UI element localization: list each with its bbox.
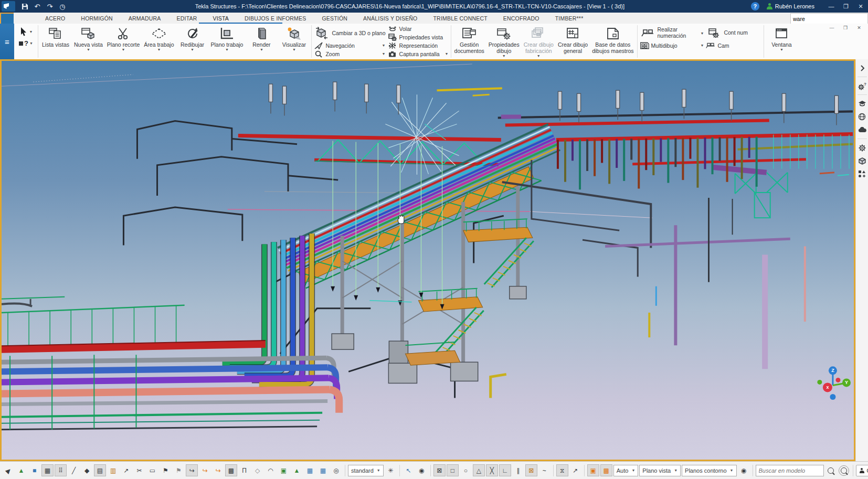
select-grids-icon[interactable]: ▥: [107, 464, 119, 476]
select-welded-parts-icon[interactable]: ↪: [212, 464, 224, 476]
tab-armadura[interactable]: ARMADURA: [121, 13, 169, 24]
select-marks-icon[interactable]: ⚑: [173, 464, 185, 476]
volar-button[interactable]: Volar: [388, 25, 449, 33]
area-trabajo-button[interactable]: Área trabajo▼: [142, 25, 176, 58]
ventana-button[interactable]: Ventana▼: [765, 25, 798, 58]
search-options-icon[interactable]: [838, 464, 850, 476]
snap-extension-icon[interactable]: ⊠: [525, 464, 537, 476]
tab-vista[interactable]: VISTA: [205, 13, 237, 24]
select-points-icon[interactable]: ⠿: [55, 464, 67, 476]
model-search-input[interactable]: [756, 467, 823, 474]
origin-select[interactable]: Origen de modelo▼: [856, 465, 868, 476]
realizar-numeracion-button[interactable]: Realizar numeración▼: [640, 25, 704, 41]
history-icon[interactable]: ◷: [56, 1, 69, 12]
drawing-visibility-icon[interactable]: ◉: [738, 464, 750, 476]
menu-hamburger-button[interactable]: ≡: [0, 24, 14, 59]
zoom-button[interactable]: Zoom▼: [314, 50, 385, 58]
redo-icon[interactable]: ↷: [44, 1, 56, 12]
tab-an-lisis-y-dise-o[interactable]: ANÁLISIS Y DISEÑO: [355, 13, 425, 24]
snap-midpoints-icon[interactable]: △: [473, 464, 485, 476]
redibujar-button[interactable]: Redibujar▼: [176, 25, 209, 58]
select-reference-models-icon[interactable]: ↗: [120, 464, 132, 476]
snap-grid-a-icon[interactable]: ▦: [304, 464, 316, 476]
select-components-icon[interactable]: ■: [28, 464, 40, 476]
restore-button[interactable]: ❐: [839, 0, 853, 13]
view-restore-button[interactable]: ❐: [839, 24, 852, 31]
tab-timber-[interactable]: TIMBER***: [547, 13, 591, 24]
save-icon[interactable]: [18, 1, 31, 12]
snap-settings-icon[interactable]: ✳: [385, 464, 397, 476]
select-welds-icon[interactable]: Π: [238, 464, 250, 476]
control-numeracion-button[interactable]: Cont num: [706, 25, 761, 41]
smart-select-icon[interactable]: ↖: [403, 464, 415, 476]
cloud-icon[interactable]: [857, 124, 867, 135]
select-cursor-icon[interactable]: ▶: [2, 464, 14, 476]
multidibujo-button[interactable]: Multidibujo▼: [640, 41, 704, 49]
snap-perpendicular-icon[interactable]: ∟: [499, 464, 511, 476]
select-lines-icon[interactable]: ╱: [68, 464, 80, 476]
tekla-logo-icon[interactable]: [2, 1, 15, 12]
snap-points-icon[interactable]: ▣: [278, 464, 290, 476]
select-rebar-icon[interactable]: ▩: [225, 464, 237, 476]
tab-trimble-connect[interactable]: TRIMBLE CONNECT: [425, 13, 495, 24]
representacion-button[interactable]: Representación: [388, 42, 449, 50]
selection-profile-select[interactable]: standard▼: [348, 465, 384, 476]
planos-contorno-select[interactable]: Planos contorno▼: [682, 465, 736, 476]
view-minimize-button[interactable]: —: [825, 24, 839, 31]
search-icon[interactable]: [825, 464, 837, 476]
command-search-input[interactable]: [791, 16, 866, 22]
model-viewport[interactable]: Z Y x: [0, 59, 855, 461]
select-solids-icon[interactable]: ◆: [81, 464, 93, 476]
undo-icon[interactable]: ↶: [31, 1, 44, 12]
component-catalog-icon[interactable]: [857, 168, 867, 179]
captura-pantalla-button[interactable]: Captura pantalla▼: [388, 50, 449, 58]
snap-free-icon[interactable]: ~: [538, 464, 551, 476]
tab-acero[interactable]: ACERO: [37, 13, 73, 24]
select-cuts-icon[interactable]: ✂: [133, 464, 145, 476]
select-parts-icon[interactable]: ▲: [15, 464, 27, 476]
plano-trabajo-button[interactable]: Plano trabajo▼: [209, 25, 246, 58]
select-assemblies-icon[interactable]: ↪: [199, 464, 211, 476]
plano-vista-select[interactable]: Plano vista▼: [639, 465, 681, 476]
snap-direction-icon[interactable]: ↗: [569, 464, 581, 476]
gestion-documentos-button[interactable]: Gestión documentos: [452, 25, 486, 58]
base-datos-dibujos-maestros-button[interactable]: Base de datos dibujos maestros: [590, 25, 636, 58]
settings-gear-icon[interactable]: [857, 142, 867, 153]
tab-gesti-n[interactable]: GESTIÓN: [314, 13, 355, 24]
snap-zoom-icon[interactable]: ◎: [330, 464, 342, 476]
select-tool-button[interactable]: ▼: [19, 27, 33, 36]
clear-search-icon[interactable]: ✕: [866, 15, 868, 22]
model-cube-icon[interactable]: [857, 155, 867, 166]
tab-dibujos-e-informes[interactable]: DIBUJOS E INFORMES: [237, 13, 314, 24]
cambiar-3d-plano-button[interactable]: Cambiar a 3D o plano: [314, 25, 385, 41]
crear-dibujo-fabricacion-button[interactable]: Crear dibujo fabricación▼: [522, 25, 556, 58]
visualizar-button[interactable]: Visualizar▼: [278, 25, 310, 58]
cam-button[interactable]: Cam: [706, 41, 761, 49]
snap-parts-icon[interactable]: ▲: [291, 464, 303, 476]
numbering-modified-icon[interactable]: ▩: [600, 464, 612, 476]
collapse-panel-icon[interactable]: [857, 62, 867, 73]
context-help-button[interactable]: ?▼: [19, 39, 33, 47]
tab-hormig-n[interactable]: HORMIGÓN: [73, 13, 121, 24]
lista-vistas-button[interactable]: Lista vistas: [39, 25, 72, 58]
minimize-button[interactable]: —: [824, 0, 839, 13]
propiedades-vista-button[interactable]: Propiedades vista: [388, 34, 449, 41]
snap-parallel-icon[interactable]: ∥: [512, 464, 524, 476]
snap-waiting-icon[interactable]: ⧖: [556, 464, 568, 476]
navegacion-button[interactable]: Navegación▼: [314, 41, 385, 49]
file-menu-button[interactable]: [0, 13, 14, 24]
propiedades-dibujo-button[interactable]: Propiedades dibujo▼: [486, 25, 522, 58]
select-bolts-icon[interactable]: ◠: [264, 464, 277, 476]
tab-editar[interactable]: EDITAR: [169, 13, 205, 24]
snap-geometry-icon[interactable]: □: [447, 464, 459, 476]
user-chip[interactable]: Rubén Lerones: [767, 3, 814, 9]
crear-dibujo-general-button[interactable]: Crear dibujo general: [556, 25, 590, 58]
snap-intersections-icon[interactable]: ╳: [486, 464, 498, 476]
gear-question-icon[interactable]: ?: [857, 80, 867, 91]
select-grid-lines-icon[interactable]: ⚑: [160, 464, 172, 476]
close-button[interactable]: ✕: [853, 0, 868, 13]
snap-grid-b-icon[interactable]: ▦: [317, 464, 329, 476]
education-icon[interactable]: [857, 98, 867, 109]
tab-encofrado[interactable]: ENCOFRADO: [495, 13, 547, 24]
globe-icon[interactable]: [857, 111, 867, 122]
